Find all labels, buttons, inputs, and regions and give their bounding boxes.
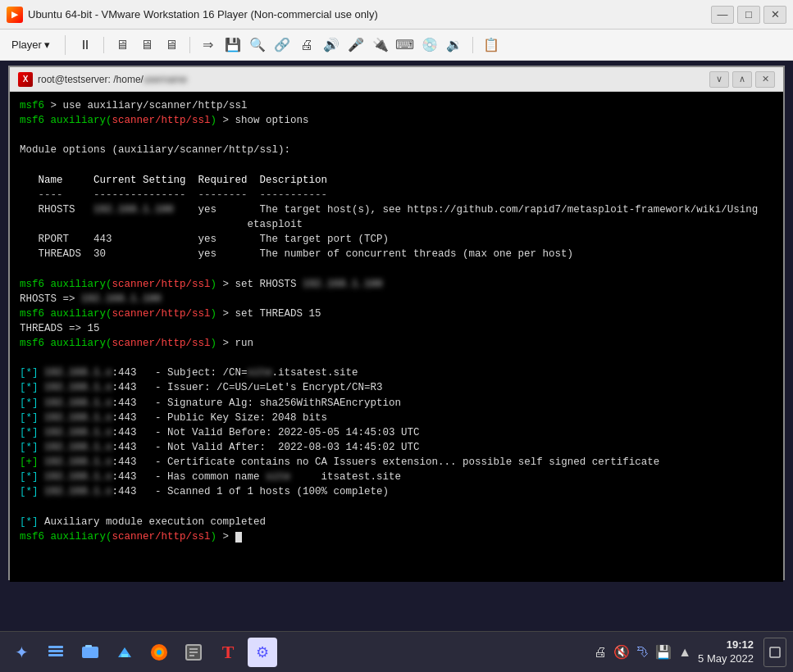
player-label: Player xyxy=(11,39,42,51)
tb-sep2 xyxy=(189,37,190,53)
svg-rect-3 xyxy=(82,647,98,658)
tray-audio-icon[interactable]: 🔇 xyxy=(613,644,630,660)
show-desktop-button[interactable] xyxy=(763,638,786,667)
scan-line-3: [*] 192.168.1.x:443 - Signature Alg: sha… xyxy=(20,396,773,411)
terminal-line-4: Module options (auxiliary/scanner/http/s… xyxy=(20,143,773,157)
player-menu[interactable]: Player ▾ xyxy=(7,35,55,54)
taskbar: ✦ T ⚙ xyxy=(0,631,793,672)
taskbar-file-store[interactable] xyxy=(75,638,105,667)
clock-date: 5 May 2022 xyxy=(698,652,754,666)
audio-icon[interactable]: 🔊 xyxy=(321,35,341,55)
terminal-line-3 xyxy=(20,128,773,143)
usb-icon[interactable]: 🔌 xyxy=(371,35,390,55)
vm-icon-3[interactable]: 🖥 xyxy=(162,35,181,55)
vm-title-left: root@testserver: /home/username xyxy=(18,72,187,87)
scan-line-7: [+] 192.168.1.x:443 - Certificate contai… xyxy=(20,455,773,470)
taskbar-kde[interactable]: ⚙ xyxy=(248,638,277,667)
vm-window-controls: ∨ ∧ ✕ xyxy=(709,71,775,88)
scan-line-5: [*] 192.168.1.x:443 - Not Valid Before: … xyxy=(20,425,773,440)
menu-bar: Player ▾ ⏸ 🖥 🖥 🖥 ⇒ 💾 🔍 🔗 🖨 🔊 🎤 🔌 ⌨ 💿 🔉 📋 xyxy=(0,30,793,61)
vm-maximize[interactable]: ∧ xyxy=(732,71,752,88)
tb-sep3 xyxy=(472,37,473,53)
scan-line-6: [*] 192.168.1.x:443 - Not Valid After: 2… xyxy=(20,440,773,455)
vm-title-text: root@testserver: /home/username xyxy=(38,74,187,85)
toolbar: ⏸ 🖥 🖥 🖥 ⇒ 💾 🔍 🔗 🖨 🔊 🎤 🔌 ⌨ 💿 🔉 📋 xyxy=(75,35,786,55)
taskbar-firefox[interactable] xyxy=(144,638,174,667)
player-chevron: ▾ xyxy=(44,39,50,51)
scan-completed: [*] Auxiliary module execution completed xyxy=(20,515,773,529)
kb-icon[interactable]: ⌨ xyxy=(395,35,415,55)
taskbar-text-editor[interactable] xyxy=(179,638,208,667)
close-button[interactable]: ✕ xyxy=(763,6,786,24)
scan-line-9: [*] 192.168.1.x:443 - Scanned 1 of 1 hos… xyxy=(20,484,773,499)
clock-time: 19:12 xyxy=(698,638,754,652)
terminal-area[interactable]: msf6 > use auxiliary/scanner/http/ssl ms… xyxy=(10,92,783,582)
network-icon[interactable]: 🔗 xyxy=(272,35,292,55)
terminal-blank3 xyxy=(20,351,773,366)
title-bar: ▶ Ubuntu 64-bit - VMware Workstation 16 … xyxy=(0,0,793,30)
terminal-set-rhosts-cmd: msf6 auxiliary(scanner/http/ssl) > set R… xyxy=(20,277,773,292)
zoom-icon[interactable]: 🔍 xyxy=(248,35,267,55)
clipboard-icon[interactable]: 📋 xyxy=(481,35,501,55)
window-controls: — □ ✕ xyxy=(711,6,786,24)
svg-point-8 xyxy=(157,650,162,655)
terminal-rhosts-result: RHOSTS => 192.168.1.100 xyxy=(20,292,773,306)
maximize-button[interactable]: □ xyxy=(737,6,760,24)
terminal-rport: RPORT 443 yes The target port (TCP) xyxy=(20,232,773,247)
vmware-icon: ▶ xyxy=(7,7,23,23)
terminal-run-cmd: msf6 auxiliary(scanner/http/ssl) > run xyxy=(20,336,773,351)
vol-icon[interactable]: 🔉 xyxy=(444,35,464,55)
terminal-set-threads-cmd: msf6 auxiliary(scanner/http/ssl) > set T… xyxy=(20,306,773,321)
tb-right-icons: ⇒ 💾 🔍 🔗 🖨 🔊 🎤 🔌 ⌨ 💿 🔉 📋 xyxy=(198,35,501,55)
terminal-dashes: ---- --------------- -------- ----------… xyxy=(20,188,773,202)
hdd2-icon[interactable]: 💿 xyxy=(420,35,440,55)
terminal-final-prompt: msf6 auxiliary(scanner/http/ssl) > xyxy=(20,529,773,544)
menu-separator xyxy=(65,35,66,55)
svg-rect-5 xyxy=(121,654,128,657)
system-clock: 19:12 5 May 2022 xyxy=(698,638,754,666)
taskbar-launcher[interactable]: ✦ xyxy=(7,638,36,667)
terminal-line-2: msf6 auxiliary(scanner/http/ssl) > show … xyxy=(20,113,773,128)
hdd-icon[interactable]: 💾 xyxy=(223,35,243,55)
scan-line-1: [*] 192.168.1.x:443 - Subject: /CN=site.… xyxy=(20,366,773,380)
svg-rect-1 xyxy=(48,650,63,652)
terminal-header: Name Current Setting Required Descriptio… xyxy=(20,173,773,188)
tray-print-icon[interactable]: 🖨 xyxy=(594,645,607,660)
cursor xyxy=(235,532,242,543)
terminal-line-5 xyxy=(20,158,773,173)
svg-rect-4 xyxy=(85,645,92,647)
taskbar-right: 🖨 🔇 ⮷ 💾 ▲ 19:12 5 May 2022 xyxy=(594,638,786,667)
minimize-button[interactable]: — xyxy=(711,6,734,24)
pause-icon[interactable]: ⏸ xyxy=(75,35,95,55)
tray-battery-icon[interactable]: 💾 xyxy=(655,644,672,660)
mic-icon[interactable]: 🎤 xyxy=(346,35,366,55)
taskbar-network-manager[interactable] xyxy=(41,638,71,667)
terminal-threads: THREADS 30 yes The number of concurrent … xyxy=(20,247,773,261)
taskbar-terminal[interactable]: T xyxy=(213,638,243,667)
vm-icon-1[interactable]: 🖥 xyxy=(112,35,132,55)
print-icon[interactable]: 🖨 xyxy=(297,35,317,55)
svg-rect-2 xyxy=(48,654,63,656)
tb-sep1 xyxy=(103,37,104,53)
title-bar-left: ▶ Ubuntu 64-bit - VMware Workstation 16 … xyxy=(7,7,378,23)
tray-more-icon[interactable]: ▲ xyxy=(678,645,691,660)
vm-title-bar: root@testserver: /home/username ∨ ∧ ✕ xyxy=(10,67,783,92)
window-title: Ubuntu 64-bit - VMware Workstation 16 Pl… xyxy=(28,8,378,20)
scan-line-8: [*] 192.168.1.x:443 - Has common name si… xyxy=(20,470,773,484)
vm-window: root@testserver: /home/username ∨ ∧ ✕ ms… xyxy=(8,66,785,580)
send-icon[interactable]: ⇒ xyxy=(198,35,218,55)
taskbar-apps: ✦ T ⚙ xyxy=(7,638,277,667)
svg-rect-13 xyxy=(770,647,780,657)
terminal-rhosts2: etasploit xyxy=(20,217,773,232)
terminal-blank2 xyxy=(20,261,773,276)
taskbar-dolphin[interactable] xyxy=(110,638,139,667)
terminal-app-icon xyxy=(18,72,33,87)
vm-minimize[interactable]: ∨ xyxy=(709,71,729,88)
terminal-line-1: msf6 > use auxiliary/scanner/http/ssl xyxy=(20,98,773,113)
vm-icon-2[interactable]: 🖥 xyxy=(137,35,157,55)
svg-rect-0 xyxy=(48,646,63,648)
system-tray: 🖨 🔇 ⮷ 💾 ▲ xyxy=(594,644,691,660)
vm-title-blurred: username xyxy=(144,74,187,85)
tray-bluetooth-icon[interactable]: ⮷ xyxy=(636,645,649,659)
vm-close[interactable]: ✕ xyxy=(755,71,775,88)
